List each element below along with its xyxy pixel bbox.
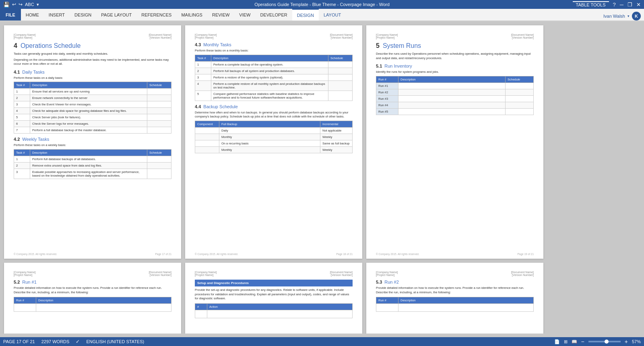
doc-name-3: [Document Name] bbox=[511, 33, 534, 36]
page-3-footer: © Company 2015. All rights reserved. Pag… bbox=[376, 253, 534, 255]
diagnostic-header: Setup and Diagnostic Procedures bbox=[195, 280, 353, 286]
page-1-footer: © Company 2015. All rights reserved. Pag… bbox=[14, 253, 171, 255]
diagnostic-body: Provide the set-up and diagnostic proced… bbox=[195, 288, 353, 301]
page-6-header: [Company Name] [Project Name] [Document … bbox=[376, 271, 534, 276]
tab-insert[interactable]: INSERT bbox=[44, 9, 70, 21]
table-row: 2Remove extra unused space from data and… bbox=[14, 162, 171, 169]
table-row: 3Evaluate possible approaches to increas… bbox=[14, 169, 171, 179]
section-4-number: 4 bbox=[14, 42, 17, 49]
section-52-heading: 5.2 Run #1 bbox=[14, 280, 171, 284]
table-row: 2Perform full backups of all system and … bbox=[195, 68, 353, 74]
col-desc: Description bbox=[30, 82, 147, 89]
help-button[interactable]: ? bbox=[613, 2, 616, 8]
tab-table-design[interactable]: DESIGN bbox=[292, 9, 319, 21]
section-52-number: 5.2 bbox=[14, 280, 20, 284]
section-4-heading: 4 Operations Schedule bbox=[14, 42, 171, 49]
section-4-title: Operations Schedule bbox=[21, 42, 80, 49]
page-4-header: [Company Name] [Project Name] [Document … bbox=[14, 271, 171, 276]
section-4-intro2: Depending on the circumstances, addition… bbox=[14, 58, 171, 66]
user-dropdown-icon[interactable]: ▾ bbox=[627, 14, 630, 18]
redo-icon[interactable]: ↪ bbox=[19, 2, 23, 7]
table-row: 3Check the Event Viewer for error messag… bbox=[14, 101, 171, 108]
page-row-2: [Company Name] [Project Name] [Document … bbox=[4, 263, 640, 334]
section-53-number: 5.3 bbox=[376, 280, 382, 284]
section-41-title: Daily Tasks bbox=[22, 70, 44, 74]
section-44-heading: 4.4 Backup Schedule bbox=[195, 104, 353, 109]
tab-mailings[interactable]: MAILINGS bbox=[176, 9, 207, 21]
section-43-intro: Perform these tasks on a monthly basis: bbox=[195, 49, 353, 53]
footer-page-3: Page 19 of 21 bbox=[518, 253, 534, 255]
version-6: [Version Number] bbox=[511, 274, 534, 276]
col-task: Task # bbox=[14, 149, 30, 156]
footer-copyright-2: © Company 2015. All rights reserved. bbox=[195, 253, 238, 255]
tab-home[interactable]: HOME bbox=[21, 9, 44, 21]
table-row: Run #4 bbox=[376, 102, 534, 108]
section-53-title: Run #2 bbox=[384, 280, 398, 284]
section-51-heading: 5.1 Run Inventory bbox=[376, 64, 534, 68]
doc-name-6: [Document Name] bbox=[511, 271, 534, 274]
title-bar: 💾 ↩ ↪ ABC ▾ Operations Guide Template - … bbox=[0, 0, 644, 9]
ribbon: FILE HOME INSERT DESIGN PAGE LAYOUT REFE… bbox=[0, 9, 644, 21]
project-name-6: [Project Name] bbox=[376, 274, 398, 276]
page-5-header: [Company Name] [Project Name] [Document … bbox=[195, 271, 353, 276]
table-row: Run #1 bbox=[376, 82, 534, 89]
avatar[interactable]: K bbox=[632, 12, 641, 21]
col-sched: Schedule bbox=[147, 82, 171, 89]
tab-review[interactable]: REVIEW bbox=[207, 9, 234, 21]
customize-icon[interactable]: ▾ bbox=[37, 2, 39, 7]
company-name-6: [Company Name] bbox=[376, 271, 398, 274]
undo-icon[interactable]: ↩ bbox=[12, 2, 16, 7]
diagnostic-table: # Action bbox=[195, 303, 353, 318]
table-row: 2Ensure network connectivity to the serv… bbox=[14, 95, 171, 101]
col-sched: Schedule bbox=[147, 149, 171, 156]
table-row: 1Perform a complete backup of the operat… bbox=[195, 61, 353, 68]
section-43-heading: 4.3 Monthly Tasks bbox=[195, 42, 353, 47]
section-51-intro: Identify the runs for system programs an… bbox=[376, 70, 534, 74]
page-1-header: [Company Name] [Project Name] [Document … bbox=[14, 33, 171, 39]
table-row bbox=[376, 304, 534, 312]
version-1: [Version Number] bbox=[149, 36, 171, 39]
section-51-title: Run Inventory bbox=[384, 64, 412, 68]
project-name-3: [Project Name] bbox=[376, 36, 398, 39]
spellcheck-icon[interactable]: ABC bbox=[25, 2, 34, 7]
tab-page-layout[interactable]: PAGE LAYOUT bbox=[96, 9, 136, 21]
section-41-heading: 4.1 Daily Tasks bbox=[14, 70, 171, 74]
doc-name-4: [Document Name] bbox=[149, 271, 171, 274]
user-name[interactable]: Ivan Walsh bbox=[603, 14, 625, 19]
table-tools-label: TABLE TOOLS bbox=[573, 1, 609, 8]
project-name-2: [Project Name] bbox=[195, 36, 217, 39]
tab-developer[interactable]: DEVELOPER bbox=[255, 9, 292, 21]
section-42-title: Weekly Tasks bbox=[22, 137, 49, 142]
tab-file[interactable]: FILE bbox=[0, 9, 21, 21]
table-row: 5Check Server jobs (look for failures). bbox=[14, 114, 171, 121]
restore-button[interactable]: ❐ bbox=[627, 2, 632, 8]
minimize-button[interactable]: ─ bbox=[620, 2, 623, 8]
section-5-heading: 5 System Runs bbox=[376, 42, 534, 49]
monthly-tasks-table: Task # Description Schedule 1Perform a c… bbox=[195, 55, 353, 101]
table-row bbox=[195, 310, 353, 318]
version-2: [Version Number] bbox=[330, 36, 353, 39]
tab-layout[interactable]: LAYOUT bbox=[319, 9, 346, 21]
section-44-intro: Determine how often and when to run back… bbox=[195, 111, 353, 119]
section-44-title: Backup Schedule bbox=[203, 104, 238, 109]
tab-references[interactable]: REFERENCES bbox=[136, 9, 176, 21]
section-51-number: 5.1 bbox=[376, 64, 382, 68]
table-row: 1Perform full database backups of all da… bbox=[14, 156, 171, 162]
run1-table: Run # Description bbox=[14, 297, 171, 312]
page-1: [Company Name] [Project Name] [Document … bbox=[4, 25, 181, 259]
close-button[interactable]: ✕ bbox=[636, 2, 641, 8]
tab-view[interactable]: VIEW bbox=[234, 9, 255, 21]
project-name-1: [Project Name] bbox=[14, 36, 35, 39]
window-title: Operations Guide Template - Blue Theme -… bbox=[254, 2, 390, 7]
section-53-intro: Provide detailed information on how to e… bbox=[376, 286, 534, 295]
table-row: 5Compare gathered performance statistics… bbox=[195, 91, 353, 101]
footer-copyright-1: © Company 2015. All rights reserved. bbox=[14, 253, 57, 255]
section-41-number: 4.1 bbox=[14, 70, 20, 74]
section-43-number: 4.3 bbox=[195, 42, 201, 47]
section-43-title: Monthly Tasks bbox=[203, 42, 231, 47]
save-icon[interactable]: 💾 bbox=[3, 2, 10, 8]
page-6: [Company Name] [Project Name] [Document … bbox=[366, 263, 543, 334]
page-row-1: [Company Name] [Project Name] [Document … bbox=[4, 25, 640, 259]
tab-design[interactable]: DESIGN bbox=[70, 9, 96, 21]
table-row: Run #2 bbox=[376, 89, 534, 95]
